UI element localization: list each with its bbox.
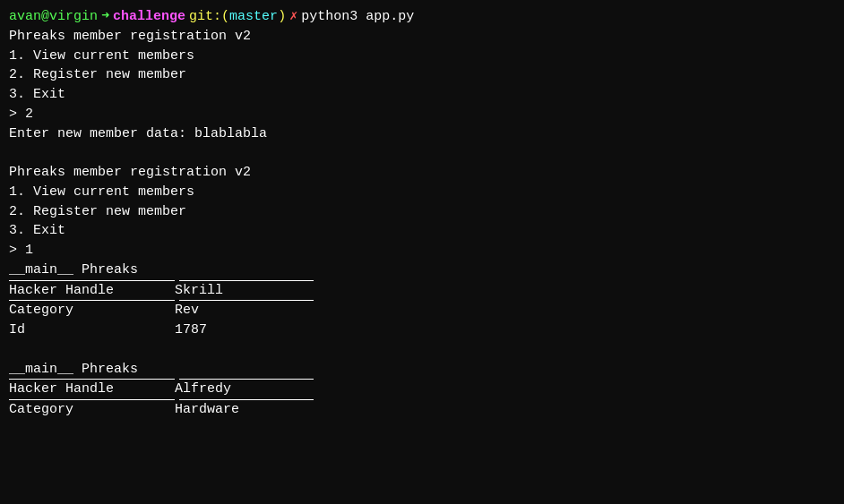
terminal: avan @ virgin ➜ challenge git:( master )… [0, 0, 844, 504]
member2-category-value: Hardware [175, 400, 309, 420]
output-line-1: Phreaks member registration v2 [9, 27, 835, 47]
member1-handle-value: Skrill [175, 281, 309, 301]
prompt-git-branch: master [229, 7, 278, 27]
member1-category-row: Category Rev [9, 301, 314, 320]
member2-handle-label: Hacker Handle [9, 380, 175, 399]
member1-id-value: 1787 [175, 320, 309, 340]
output-line-4: 3. Exit [9, 85, 835, 105]
member2-category-row: Category Hardware [9, 400, 314, 420]
output-line-6: Enter new member data: blablabla [9, 124, 835, 144]
output-line-9: 2. Register new member [9, 202, 835, 222]
member1-handle-label: Hacker Handle [9, 281, 175, 301]
output-line-5: > 2 [9, 105, 835, 124]
output-line-11: > 1 [9, 241, 835, 261]
prompt-git-kw: challenge [113, 7, 185, 27]
prompt-at: @ [41, 7, 49, 27]
member2-title: __main__ Phreaks [9, 360, 835, 380]
member1-id-label: Id [9, 320, 175, 340]
member1-handle-row: Hacker Handle Skrill [9, 281, 314, 301]
member2-category-label: Category [9, 400, 175, 420]
member2-handle-value: Alfredy [175, 380, 309, 399]
prompt-git-paren-close: ) [278, 7, 286, 27]
prompt-git-paren-open: git:( [189, 7, 229, 27]
prompt-x: ✗ [289, 7, 297, 27]
prompt-line: avan @ virgin ➜ challenge git:( master )… [9, 7, 835, 27]
prompt-arrow: ➜ [101, 7, 109, 27]
prompt-host: virgin [49, 7, 98, 27]
member1-category-value: Rev [175, 301, 309, 320]
output-line-7: Phreaks member registration v2 [9, 163, 835, 183]
output-line-8: 1. View current members [9, 183, 835, 202]
member1-title: __main__ Phreaks [9, 261, 835, 280]
member1-category-label: Category [9, 301, 175, 320]
output-line-10: 3. Exit [9, 221, 835, 241]
output-line-3: 2. Register new member [9, 65, 835, 85]
output-line-2: 1. View current members [9, 47, 835, 66]
prompt-command: python3 app.py [301, 7, 414, 27]
output-line-blank [9, 143, 835, 163]
blank-between [9, 340, 835, 360]
member1-id-row: Id 1787 [9, 320, 314, 340]
prompt-user: avan [9, 7, 41, 27]
member2-handle-row: Hacker Handle Alfredy [9, 380, 314, 399]
